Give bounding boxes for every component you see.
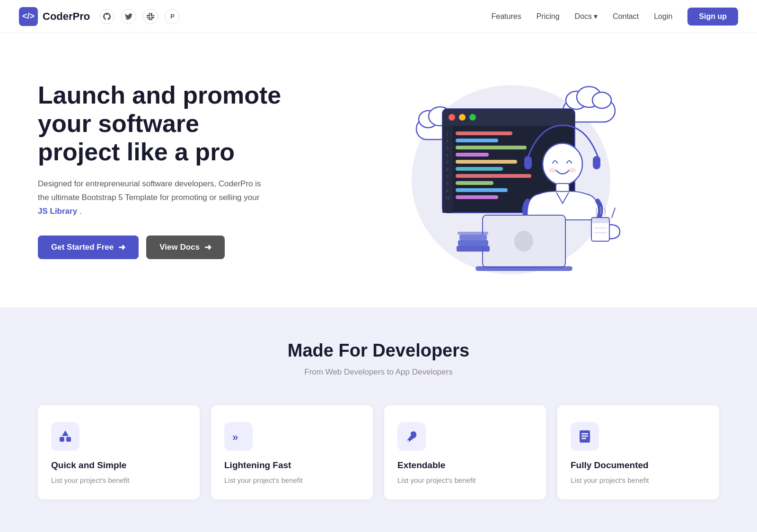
svg-rect-55 <box>60 437 64 442</box>
svg-rect-32 <box>456 174 531 178</box>
hero-text: Launch and promote your software project… <box>38 81 284 259</box>
svg-line-53 <box>612 208 615 218</box>
svg-text:10: 10 <box>445 196 449 200</box>
svg-rect-44 <box>475 266 572 271</box>
feature-docs-title: Fully Documented <box>571 460 706 471</box>
view-docs-button[interactable]: View Docs ➜ <box>146 235 225 259</box>
slack-icon[interactable] <box>143 9 158 24</box>
brand-name: CoderPro <box>43 10 90 23</box>
svg-rect-56 <box>66 437 71 442</box>
features-grid: Quick and Simple List your project's ben… <box>38 405 719 499</box>
feature-quick-desc: List your project's benefit <box>51 475 186 486</box>
shapes-icon <box>58 429 72 444</box>
shapes-icon-wrap <box>51 422 79 451</box>
svg-rect-31 <box>456 167 503 171</box>
navbar-right: Features Pricing Docs ▾ Contact Login Si… <box>492 8 738 26</box>
svg-rect-48 <box>458 232 488 235</box>
svg-rect-50 <box>591 218 609 223</box>
feature-fast-title: Lightening Fast <box>224 460 360 471</box>
get-started-button[interactable]: Get Started Free ➜ <box>38 235 139 259</box>
svg-rect-36 <box>524 156 532 169</box>
svg-rect-61 <box>581 436 588 437</box>
svg-point-58 <box>407 440 409 442</box>
lightning-icon: » <box>231 429 246 444</box>
svg-rect-62 <box>581 438 586 439</box>
svg-text:3: 3 <box>446 146 449 150</box>
svg-rect-26 <box>456 131 512 135</box>
svg-text:2: 2 <box>446 139 449 143</box>
features-section: Made For Developers From Web Developers … <box>0 307 757 532</box>
svg-rect-34 <box>456 188 508 192</box>
hero-illustration: 1 2 3 4 5 6 7 8 9 10 <box>284 61 719 279</box>
nav-contact[interactable]: Contact <box>613 12 639 21</box>
svg-rect-60 <box>581 433 588 435</box>
js-library-link[interactable]: JS Library <box>38 207 77 216</box>
features-header: Made For Developers From Web Developers … <box>38 340 719 377</box>
feature-extendable-desc: List your project's benefit <box>397 475 533 486</box>
svg-rect-45 <box>457 246 490 252</box>
feature-fast-desc: List your project's benefit <box>224 475 360 486</box>
producthunt-icon[interactable]: P <box>165 9 180 24</box>
nav-pricing[interactable]: Pricing <box>537 12 560 21</box>
svg-rect-37 <box>593 156 600 169</box>
logo-link[interactable]: </> CoderPro <box>19 7 90 26</box>
features-subtitle: From Web Developers to App Developers <box>38 367 719 377</box>
svg-rect-35 <box>456 195 498 199</box>
nav-signup[interactable]: Sign up <box>687 8 738 26</box>
feature-card-fast: » Lightening Fast List your project's be… <box>211 405 373 499</box>
feature-extendable-title: Extendable <box>397 460 533 471</box>
svg-text:5: 5 <box>446 160 449 165</box>
svg-point-40 <box>569 168 576 173</box>
svg-text:8: 8 <box>446 182 449 186</box>
svg-point-12 <box>449 114 455 121</box>
svg-rect-46 <box>458 240 488 246</box>
svg-rect-28 <box>456 146 527 149</box>
navbar-left: </> CoderPro P <box>19 7 180 26</box>
svg-rect-33 <box>456 181 493 185</box>
nav-features[interactable]: Features <box>492 12 521 21</box>
docs-icon <box>578 429 592 444</box>
svg-point-39 <box>549 168 556 173</box>
svg-text:4: 4 <box>446 153 449 157</box>
hero-description: Designed for entrepreneurial software de… <box>38 177 265 218</box>
logo-icon: </> <box>19 7 38 26</box>
svg-point-14 <box>469 114 476 121</box>
hero-title: Launch and promote your software project… <box>38 81 284 166</box>
github-icon[interactable] <box>99 9 114 24</box>
feature-docs-desc: List your project's benefit <box>571 475 706 486</box>
svg-text:6: 6 <box>446 167 449 172</box>
svg-point-38 <box>543 143 582 185</box>
feature-card-quick: Quick and Simple List your project's ben… <box>38 405 200 499</box>
svg-point-8 <box>592 92 611 108</box>
svg-rect-30 <box>456 160 517 164</box>
arrow-right-icon-2: ➜ <box>204 242 211 253</box>
svg-rect-47 <box>459 235 487 240</box>
svg-text:»: » <box>232 431 238 443</box>
nav-login[interactable]: Login <box>654 12 672 21</box>
social-icons: P <box>99 9 180 24</box>
feature-card-docs: Fully Documented List your project's ben… <box>557 405 719 499</box>
twitter-icon[interactable] <box>121 9 136 24</box>
svg-point-13 <box>459 114 466 121</box>
feature-quick-title: Quick and Simple <box>51 460 186 471</box>
features-title: Made For Developers <box>38 340 719 361</box>
svg-text:7: 7 <box>446 174 449 179</box>
svg-rect-29 <box>456 153 489 157</box>
arrow-right-icon: ➜ <box>118 242 125 253</box>
feature-card-extendable: Extendable List your project's benefit <box>384 405 546 499</box>
hero-section: Launch and promote your software project… <box>0 33 757 307</box>
docs-icon-wrap <box>571 422 599 451</box>
hero-svg: 1 2 3 4 5 6 7 8 9 10 <box>369 61 634 279</box>
svg-point-43 <box>514 231 533 252</box>
navbar: </> CoderPro P Features Pricing Docs ▾ C… <box>0 0 757 33</box>
svg-marker-54 <box>62 430 69 436</box>
nav-docs[interactable]: Docs ▾ <box>575 12 598 21</box>
wrench-icon-wrap <box>397 422 426 451</box>
svg-text:9: 9 <box>446 189 449 193</box>
wrench-icon <box>405 429 419 444</box>
chevron-down-icon: ▾ <box>594 12 598 21</box>
lightning-icon-wrap: » <box>224 422 253 451</box>
hero-buttons: Get Started Free ➜ View Docs ➜ <box>38 235 284 259</box>
svg-rect-27 <box>456 139 498 142</box>
svg-text:1: 1 <box>446 132 449 136</box>
